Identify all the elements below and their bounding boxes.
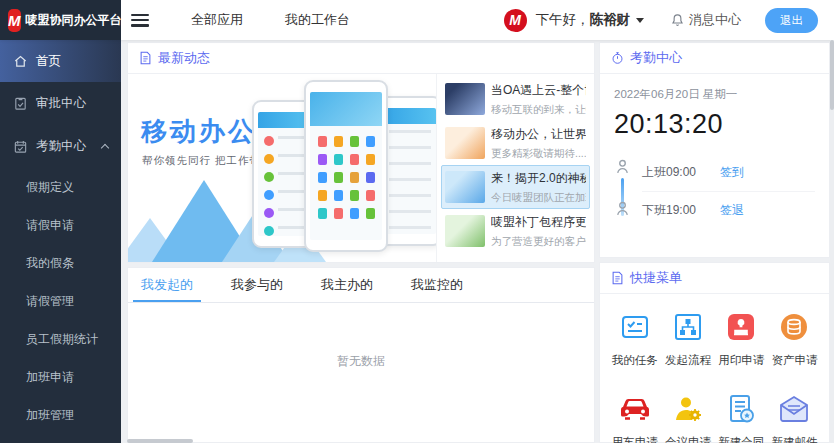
new-contract-icon <box>715 392 768 426</box>
sidebar-subitem-employee-leave-stats[interactable]: 员工假期统计 <box>0 320 121 358</box>
phone-mockup-center <box>304 80 388 252</box>
attendance-icon <box>13 139 28 154</box>
quick-item-label: 新建邮件 <box>768 435 821 443</box>
greeting-text: 下午好， <box>536 11 590 29</box>
user-avatar[interactable]: M <box>504 9 527 32</box>
car-request-icon <box>608 392 661 426</box>
attendance-panel: 考勤中心 2022年06月20日 星期一 20:13:20 上班09:00 签到… <box>599 42 830 258</box>
logout-button[interactable]: 退出 <box>765 8 818 33</box>
news-thumbnail <box>445 83 485 115</box>
news-panel-header: 最新动态 <box>128 43 594 74</box>
approval-icon <box>13 96 28 111</box>
news-desc: 移动互联的到来，让OA与云 <box>491 103 586 117</box>
quick-menu-panel: 快捷菜单 我的任务 发起流程 用印申请 资产申请 <box>599 262 830 443</box>
quick-item-new-contract[interactable]: 新建合同 <box>715 392 768 443</box>
sidebar-subitem-overtime-request[interactable]: 加班申请 <box>0 358 121 396</box>
tab-participated-by-me[interactable]: 我参与的 <box>231 268 283 302</box>
quick-item-label: 用车申请 <box>608 435 661 443</box>
quick-item-meeting-request[interactable]: 会议申请 <box>661 392 714 443</box>
tasks-tab-bar: 我发起的 我参与的 我主办的 我监控的 <box>128 268 594 303</box>
latest-news-panel: 最新动态 移动办公 帮你领先同行 把工作带出办公室 当OA遇上云-整个 <box>127 42 595 263</box>
asset-request-icon <box>768 310 821 344</box>
document-icon <box>139 51 152 65</box>
news-desc: 今日唛盟团队正在加班加点， <box>491 191 586 205</box>
message-center[interactable]: 消息中心 <box>670 11 741 29</box>
news-item-highlighted[interactable]: 来！揭开2.0的神秘面纱- 今日唛盟团队正在加班加点， <box>441 165 590 209</box>
check-in-link[interactable]: 签到 <box>720 164 744 181</box>
news-thumbnail <box>445 171 485 203</box>
sidebar-subitem-my-leave-slips[interactable]: 我的假条 <box>0 244 121 282</box>
quick-item-label: 会议申请 <box>661 435 714 443</box>
news-desc: 更多精彩敬请期待........ <box>491 147 586 161</box>
nav-my-workbench[interactable]: 我的工作台 <box>285 11 350 29</box>
person-icon <box>614 158 631 175</box>
news-thumbnail <box>445 127 485 159</box>
quick-item-asset-request[interactable]: 资产申请 <box>768 310 821 368</box>
tab-hosted-by-me[interactable]: 我主办的 <box>321 268 373 302</box>
header-right: M 下午好， 陈裕财 消息中心 退出 <box>504 8 834 33</box>
sidebar-subitem-overtime-management[interactable]: 加班管理 <box>0 396 121 434</box>
home-icon <box>13 54 28 69</box>
sidebar-subitem-holiday-definition[interactable]: 假期定义 <box>0 168 121 206</box>
news-item[interactable]: 唛盟补丁包程序更新 为了营造更好的客户体验，唛 <box>441 209 590 253</box>
check-out-link[interactable]: 签退 <box>720 202 744 219</box>
empty-state-text: 暂无数据 <box>128 353 594 370</box>
vertical-scrollbar[interactable] <box>830 40 834 110</box>
sidebar: 首页 审批中心 考勤中心 假期定义 请假申请 我的假条 请假管理 员工假期统计 … <box>0 40 121 443</box>
quick-item-start-flow[interactable]: 发起流程 <box>661 310 714 368</box>
person-icon <box>614 200 631 217</box>
news-desc: 为了营造更好的客户体验，唛 <box>491 235 586 249</box>
check-out-row: 下班19:00 签退 <box>642 191 815 228</box>
app-logo: M <box>8 9 21 32</box>
start-flow-icon <box>661 310 714 344</box>
message-center-label: 消息中心 <box>689 11 741 29</box>
quick-item-label: 资产申请 <box>768 353 821 368</box>
attendance-clock: 20:13:20 <box>614 109 815 140</box>
header-nav: 全部应用 我的工作台 <box>191 11 350 29</box>
quick-item-new-mail[interactable]: 新建邮件 <box>768 392 821 443</box>
seal-request-icon <box>715 310 768 344</box>
tab-monitored-by-me[interactable]: 我监控的 <box>411 268 463 302</box>
sidebar-subitem-leave-management[interactable]: 请假管理 <box>0 282 121 320</box>
news-item[interactable]: 当OA遇上云-整个协同OA 移动互联的到来，让OA与云 <box>441 77 590 121</box>
user-name: 陈裕财 <box>590 11 631 29</box>
sidebar-item-approval-center[interactable]: 审批中心 <box>0 82 121 125</box>
tab-initiated-by-me[interactable]: 我发起的 <box>141 268 193 302</box>
sidebar-subitem-leave-request[interactable]: 请假申请 <box>0 206 121 244</box>
sidebar-item-attendance-center[interactable]: 考勤中心 <box>0 125 121 168</box>
check-in-label: 上班09:00 <box>642 164 720 181</box>
sidebar-item-home[interactable]: 首页 <box>0 40 121 82</box>
tasks-panel: 我发起的 我参与的 我主办的 我监控的 暂无数据 <box>127 267 595 443</box>
news-list: 当OA遇上云-整个协同OA 移动互联的到来，让OA与云 移动办公，让世界触手可 … <box>436 74 594 262</box>
news-item[interactable]: 移动办公，让世界触手可 更多精彩敬请期待........ <box>441 121 590 165</box>
news-thumbnail <box>445 215 485 247</box>
news-panel-title: 最新动态 <box>158 49 210 67</box>
logo-block: M 唛盟协同办公平台 <box>0 0 121 40</box>
attendance-timeline: 上班09:00 签到 下班19:00 签退 <box>614 154 815 228</box>
user-menu[interactable]: 下午好， 陈裕财 <box>536 11 645 29</box>
news-title: 唛盟补丁包程序更新 <box>491 214 586 231</box>
attendance-panel-header: 考勤中心 <box>600 43 829 74</box>
horizontal-scrollbar[interactable] <box>127 439 193 443</box>
document-icon <box>611 271 624 285</box>
mobile-office-banner: 移动办公 帮你领先同行 把工作带出办公室 <box>128 74 436 262</box>
quick-item-car-request[interactable]: 用车申请 <box>608 392 661 443</box>
bell-icon <box>670 13 685 28</box>
sidebar-item-label: 审批中心 <box>36 95 86 112</box>
news-title: 来！揭开2.0的神秘面纱- <box>491 170 586 187</box>
quick-item-my-tasks[interactable]: 我的任务 <box>608 310 661 368</box>
news-title: 当OA遇上云-整个协同OA <box>491 82 586 99</box>
quick-item-label: 新建合同 <box>715 435 768 443</box>
sidebar-item-label: 考勤中心 <box>36 138 86 155</box>
quick-item-label: 发起流程 <box>661 353 714 368</box>
new-mail-icon <box>768 392 821 426</box>
nav-all-apps[interactable]: 全部应用 <box>191 11 243 29</box>
hamburger-menu-icon[interactable] <box>131 14 149 27</box>
my-tasks-icon <box>608 310 661 344</box>
meeting-request-icon <box>661 392 714 426</box>
stopwatch-icon <box>611 51 624 65</box>
check-in-row: 上班09:00 签到 <box>642 154 815 191</box>
quick-item-seal-request[interactable]: 用印申请 <box>715 310 768 368</box>
top-header: M 唛盟协同办公平台 全部应用 我的工作台 M 下午好， 陈裕财 消息中心 退出 <box>0 0 834 40</box>
quick-item-label: 我的任务 <box>608 353 661 368</box>
